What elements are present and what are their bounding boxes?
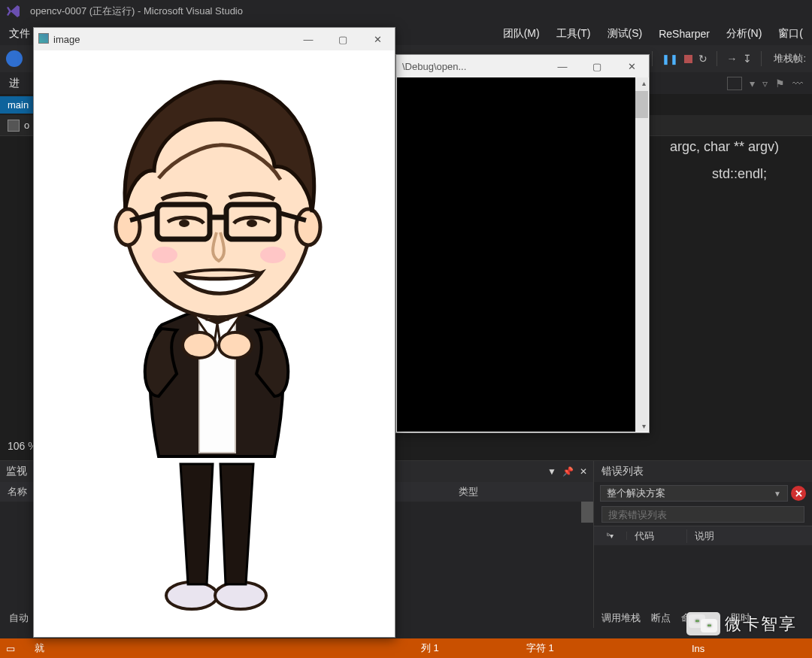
code-line: argc, char ** argv) — [670, 139, 779, 155]
cpp-file-icon — [8, 120, 20, 132]
nav-back-icon[interactable] — [6, 50, 23, 67]
stack-frame-label: 堆栈帧: — [774, 52, 806, 65]
image-window: image — ▢ ✕ — [33, 27, 395, 638]
error-list-panel: 错误列表 整个解决方案 ▼ ✕ ᵇ▾ 代码 说明 调用堆栈 断点 命令窗口 即时 — [594, 461, 812, 628]
console-scroll-thumb[interactable] — [635, 91, 648, 118]
error-col-desc[interactable]: 说明 — [687, 529, 812, 543]
tab-breakpoints[interactable]: 断点 — [651, 611, 671, 625]
wechat-icon: •• •• — [686, 612, 720, 635]
chevron-down-icon: ▼ — [774, 490, 781, 498]
console-window: \Debug\open... — ▢ ✕ ▴ ▾ — [395, 54, 650, 433]
close-icon[interactable]: ✕ — [580, 466, 587, 477]
console-title-bar[interactable]: \Debug\open... — ▢ ✕ — [396, 55, 649, 77]
close-button[interactable]: ✕ — [360, 28, 395, 50]
menu-test[interactable]: 测试(S) — [607, 27, 643, 41]
code-line: std::endl; — [712, 166, 767, 182]
svg-point-9 — [260, 247, 286, 263]
error-col-code[interactable]: 代码 — [627, 529, 687, 543]
dropdown-icon[interactable]: ▼ — [547, 466, 556, 477]
minimize-button[interactable]: — — [291, 28, 326, 50]
error-col-severity[interactable]: ᵇ▾ — [594, 532, 627, 540]
console-output[interactable]: ▴ ▾ — [397, 77, 648, 432]
status-column: 列 1 — [421, 641, 439, 655]
menu-file[interactable]: 文件 — [9, 27, 30, 41]
process-label: 进 — [9, 77, 20, 90]
title-bar: opencv-0007 (正在运行) - Microsoft Visual St… — [0, 0, 812, 23]
status-window-icon[interactable]: ▭ — [0, 643, 21, 654]
chevron-down-icon[interactable]: ▾ — [750, 77, 755, 89]
pause-icon[interactable]: ❚❚ — [662, 53, 678, 65]
minimize-button[interactable]: — — [545, 55, 580, 77]
watch-col-type[interactable]: 类型 — [459, 485, 593, 499]
error-search-input[interactable] — [601, 506, 804, 523]
console-title-text: \Debug\open... — [402, 61, 466, 72]
close-button[interactable]: ✕ — [614, 55, 649, 77]
svg-point-16 — [247, 220, 257, 227]
menu-analyze[interactable]: 分析(N) — [726, 27, 762, 41]
maximize-button[interactable]: ▢ — [580, 55, 614, 77]
svg-point-8 — [152, 247, 177, 263]
status-ready: 就 — [21, 641, 58, 655]
separator — [652, 51, 653, 66]
watermark-text: 微卡智享 — [725, 613, 797, 635]
pin-icon[interactable]: 📌 — [562, 466, 574, 477]
autos-tab[interactable]: 自动 — [9, 611, 29, 625]
svg-point-1 — [215, 582, 266, 609]
image-title-bar[interactable]: image — ▢ ✕ — [34, 28, 395, 50]
avatar-image — [86, 73, 342, 614]
image-window-icon — [34, 33, 53, 46]
menu-resharper[interactable]: ReSharper — [659, 28, 710, 40]
watch-panel-title: 监视 — [6, 465, 27, 478]
error-list-title: 错误列表 — [594, 461, 812, 482]
image-title-text: image — [53, 34, 80, 45]
status-ins[interactable]: Ins — [692, 643, 704, 654]
svg-point-7 — [296, 209, 320, 245]
filter-icon[interactable]: ▿ — [762, 77, 768, 89]
error-badge-icon[interactable]: ✕ — [791, 486, 806, 501]
error-list-body[interactable] — [594, 545, 812, 608]
svg-point-3 — [219, 332, 252, 358]
step-into-icon[interactable]: → — [726, 53, 737, 65]
step-over-icon[interactable]: ↧ — [743, 53, 752, 65]
maximize-button[interactable]: ▢ — [326, 28, 360, 50]
error-column-headers: ᵇ▾ 代码 说明 — [594, 526, 812, 545]
tab-callstack[interactable]: 调用堆栈 — [601, 611, 641, 625]
image-display — [34, 50, 395, 637]
status-bar: ▭ 就 列 1 字符 1 Ins — [0, 638, 812, 658]
vs-logo-icon — [6, 3, 23, 20]
separator — [717, 51, 717, 66]
scrollbar-thumb[interactable] — [581, 502, 593, 523]
status-char: 字符 1 — [526, 641, 554, 655]
svg-point-6 — [116, 209, 140, 245]
pulse-icon[interactable]: 〰 — [792, 77, 803, 89]
console-scrollbar[interactable]: ▴ ▾ — [635, 77, 648, 432]
file-nav-label[interactable]: o — [24, 120, 29, 131]
tool-icon[interactable] — [727, 77, 742, 90]
menu-team[interactable]: 团队(M) — [503, 27, 540, 41]
restart-icon[interactable]: ↻ — [698, 53, 707, 65]
stop-icon[interactable] — [684, 55, 692, 63]
menu-tools[interactable]: 工具(T) — [556, 27, 591, 41]
menu-window[interactable]: 窗口( — [778, 27, 803, 41]
error-scope-combo[interactable]: 整个解决方案 ▼ — [600, 485, 788, 502]
svg-point-2 — [183, 332, 216, 358]
svg-point-0 — [166, 582, 217, 609]
window-title: opencv-0007 (正在运行) - Microsoft Visual St… — [30, 5, 243, 18]
watermark: •• •• 微卡智享 — [686, 612, 797, 635]
separator — [761, 51, 762, 66]
svg-point-15 — [179, 220, 189, 227]
flag-icon[interactable]: ⚑ — [775, 77, 785, 89]
